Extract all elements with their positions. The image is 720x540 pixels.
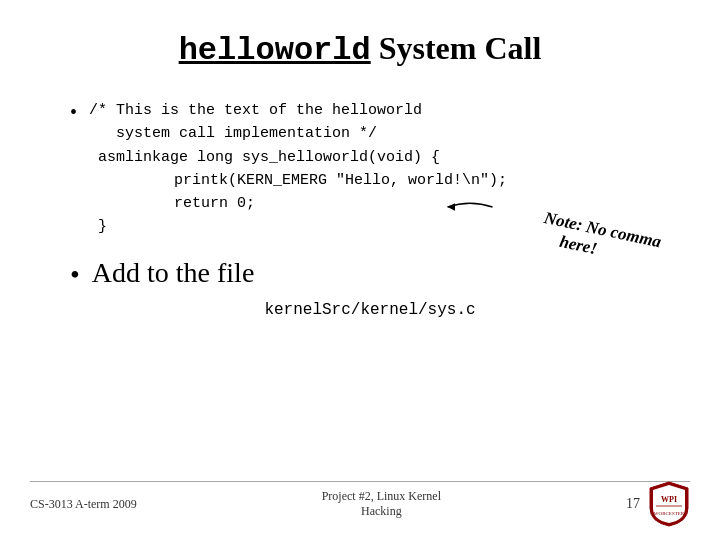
footer-left: CS-3013 A-term 2009 [30, 497, 137, 512]
title-serif: System Call [371, 30, 542, 66]
arrow-container [440, 192, 500, 226]
slide-title: helloworld System Call [50, 30, 670, 69]
arrow-icon [440, 192, 500, 222]
code-line-4: printk(KERN_EMERG "Hello, world!\n"); [129, 169, 507, 192]
bullet-dot-1: • [70, 101, 77, 124]
code-line-1: /* This is the text of the helloworld [89, 99, 507, 122]
footer-right: 17 WPI WORCESTER [626, 480, 690, 528]
code-line-3: asmlinkage long sys_helloworld(void) { [89, 146, 507, 169]
add-to-file-text: Add to the file [92, 257, 255, 289]
slide: helloworld System Call • /* This is the … [0, 0, 720, 540]
code-line-2: system call implementation */ [89, 122, 507, 145]
page-number: 17 [626, 496, 640, 512]
footer-center: Project #2, Linux Kernel Hacking [322, 489, 441, 519]
footer-center-line2: Hacking [322, 504, 441, 519]
kernel-path: kernelSrc/kernel/sys.c [70, 301, 670, 319]
svg-text:WORCESTER: WORCESTER [654, 511, 685, 516]
bullet-dot-2: • [70, 259, 80, 291]
footer-center-line1: Project #2, Linux Kernel [322, 489, 441, 504]
title-mono: helloworld [179, 32, 371, 69]
svg-text:WPI: WPI [661, 495, 677, 504]
content-area: • /* This is the text of the helloworld … [70, 99, 670, 319]
bullet-item-2: • Add to the file [70, 257, 670, 291]
footer: CS-3013 A-term 2009 Project #2, Linux Ke… [0, 480, 720, 528]
wpi-logo: WPI WORCESTER [648, 480, 690, 528]
svg-marker-0 [448, 203, 456, 211]
